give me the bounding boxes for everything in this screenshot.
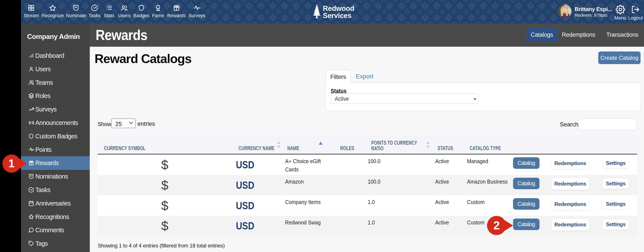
- svg-text:2: 2: [493, 219, 500, 232]
- svg-text:1: 1: [8, 157, 15, 170]
